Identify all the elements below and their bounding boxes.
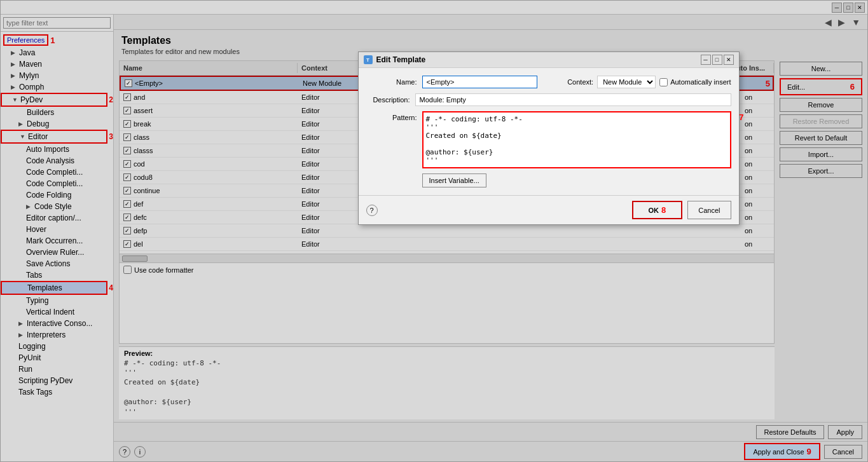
modal-overlay: T Edit Template ─ □ ✕ Name: Context: [1, 1, 867, 461]
auto-insert-checkbox[interactable] [659, 78, 668, 86]
name-input[interactable] [422, 76, 538, 88]
context-select[interactable]: New ModuleEditor [597, 76, 656, 88]
help-icon-modal[interactable]: ? [366, 205, 378, 216]
template-icon: T [364, 55, 373, 64]
insert-variable-button[interactable]: Insert Variable... [422, 173, 486, 187]
pattern-row: Pattern: 7 [366, 111, 731, 168]
description-label: Description: [366, 96, 410, 104]
pattern-wrapper: 7 [422, 111, 731, 168]
modal-footer-right: OK 8 Cancel [632, 201, 731, 219]
modal-title: T Edit Template [364, 55, 426, 64]
annotation-8: 8 [661, 205, 666, 215]
modal-close-button[interactable]: ✕ [724, 55, 734, 65]
context-label: Context: [542, 78, 593, 86]
modal-titlebar: T Edit Template ─ □ ✕ [359, 52, 739, 68]
modal-body: Name: Context: New ModuleEditor Automati… [359, 68, 739, 195]
main-window: ─ □ ✕ Preferences 1 ▶ Java ▶ [0, 0, 868, 462]
ok-label: OK [649, 207, 659, 214]
modal-title-buttons: ─ □ ✕ [701, 55, 734, 65]
pattern-textarea[interactable] [422, 111, 731, 168]
dialog-cancel-button[interactable]: Cancel [687, 201, 731, 219]
name-label: Name: [366, 78, 417, 86]
edit-template-dialog: T Edit Template ─ □ ✕ Name: Context: [358, 51, 740, 225]
auto-insert-text: Automatically insert [670, 78, 731, 86]
description-input[interactable] [415, 93, 731, 106]
ok-button[interactable]: OK 8 [632, 201, 683, 219]
modal-footer: ? OK 8 Cancel [359, 195, 739, 224]
annotation-7: 7 [739, 112, 743, 122]
description-row: Description: [366, 93, 731, 106]
context-group: Context: New ModuleEditor Automatically … [542, 76, 731, 88]
modal-minimize-button[interactable]: ─ [701, 55, 711, 65]
name-row: Name: Context: New ModuleEditor Automati… [366, 76, 731, 88]
modal-title-text: Edit Template [376, 55, 426, 64]
pattern-label: Pattern: [366, 111, 417, 121]
modal-maximize-button[interactable]: □ [712, 55, 722, 65]
insert-variable-row: Insert Variable... [422, 173, 731, 187]
auto-insert-label: Automatically insert [659, 78, 731, 86]
